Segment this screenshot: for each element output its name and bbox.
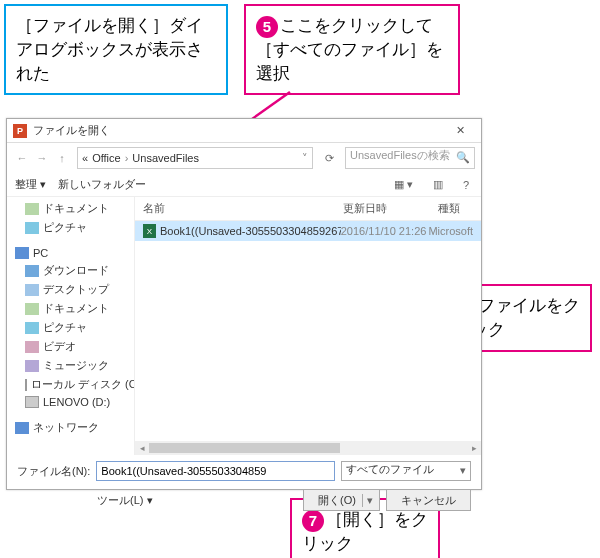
sidebar-item-music[interactable]: ミュージック	[7, 356, 134, 375]
sidebar-item-pictures[interactable]: ピクチャ	[7, 218, 134, 237]
address-bar: ← → ↑ « Office › UnsavedFiles ˅ ⟳ Unsave…	[7, 143, 481, 173]
titlebar: P ファイルを開く ✕	[7, 119, 481, 143]
chevron-down-icon[interactable]: ˅	[302, 152, 308, 165]
search-icon: 🔍	[456, 151, 470, 164]
documents-icon	[25, 203, 39, 215]
view-options-button[interactable]: ▦ ▾	[390, 178, 417, 191]
drive-icon	[25, 379, 27, 391]
callout-text: ［ファイルを開く］ダイアログボックスが表示された	[16, 16, 203, 83]
back-button[interactable]: ←	[13, 149, 31, 167]
preview-pane-button[interactable]: ▥	[429, 178, 447, 191]
up-button[interactable]: ↑	[53, 149, 71, 167]
sidebar-item-ddrive[interactable]: LENOVO (D:)	[7, 394, 134, 410]
sidebar-item-network[interactable]: ネットワーク	[7, 418, 134, 437]
forward-button[interactable]: →	[33, 149, 51, 167]
file-row[interactable]: X Book1((Unsaved-305550330485926762)) 20…	[135, 221, 481, 241]
tools-menu[interactable]: ツール(L) ▾	[97, 493, 153, 508]
step-number-5: 5	[256, 16, 278, 38]
powerpoint-icon: P	[13, 124, 27, 138]
callout-text: ここをクリックして［すべてのファイル］を選択	[256, 16, 443, 83]
breadcrumb[interactable]: « Office › UnsavedFiles ˅	[77, 147, 313, 169]
callout-step5: 5ここをクリックして［すべてのファイル］を選択	[244, 4, 460, 95]
sidebar-item-pc[interactable]: PC	[7, 245, 134, 261]
scroll-right-button[interactable]: ▸	[467, 441, 481, 455]
scroll-track[interactable]	[149, 441, 467, 455]
file-name-cell: Book1((Unsaved-305550330485926762))	[160, 225, 341, 237]
breadcrumb-overflow: «	[82, 152, 88, 164]
help-button[interactable]: ?	[459, 179, 473, 191]
breadcrumb-segment[interactable]: Office	[92, 152, 121, 164]
open-dropdown-icon[interactable]: ▾	[362, 494, 373, 507]
breadcrumb-segment[interactable]: UnsavedFiles	[132, 152, 199, 164]
column-header-date[interactable]: 更新日時	[343, 201, 438, 216]
sidebar-item-pictures2[interactable]: ピクチャ	[7, 318, 134, 337]
file-date-cell: 2016/11/10 21:26	[341, 225, 429, 237]
filename-input[interactable]	[96, 461, 335, 481]
sidebar-item-desktop[interactable]: デスクトップ	[7, 280, 134, 299]
pictures-icon	[25, 222, 39, 234]
file-list-pane: 名前 更新日時 種類 X Book1((Unsaved-305550330485…	[135, 197, 481, 455]
scroll-thumb[interactable]	[149, 443, 340, 453]
sidebar-item-documents[interactable]: ドキュメント	[7, 199, 134, 218]
drive-icon	[25, 396, 39, 408]
refresh-button[interactable]: ⟳	[319, 148, 339, 168]
nav-arrows: ← → ↑	[13, 149, 71, 167]
filetype-select[interactable]: すべてのファイル	[341, 461, 471, 481]
desktop-icon	[25, 284, 39, 296]
chevron-right-icon: ›	[125, 152, 129, 164]
pictures-icon	[25, 322, 39, 334]
documents-icon	[25, 303, 39, 315]
buttons-row: ツール(L) ▾ 開く(O)▾ キャンセル	[17, 489, 471, 511]
horizontal-scrollbar[interactable]: ◂ ▸	[135, 441, 481, 455]
toolbar: 整理 ▾ 新しいフォルダー ▦ ▾ ▥ ?	[7, 173, 481, 197]
network-icon	[15, 422, 29, 434]
column-header-name[interactable]: 名前	[143, 201, 343, 216]
column-header-type[interactable]: 種類	[438, 201, 473, 216]
sidebar-item-downloads[interactable]: ダウンロード	[7, 261, 134, 280]
dialog-title: ファイルを開く	[33, 123, 445, 138]
filename-label: ファイル名(N):	[17, 464, 90, 479]
column-headers: 名前 更新日時 種類	[135, 197, 481, 221]
sidebar-item-documents2[interactable]: ドキュメント	[7, 299, 134, 318]
downloads-icon	[25, 265, 39, 277]
search-input[interactable]: UnsavedFilesの検索 🔍	[345, 147, 475, 169]
organize-button[interactable]: 整理 ▾	[15, 177, 46, 192]
video-icon	[25, 341, 39, 353]
search-placeholder: UnsavedFilesの検索	[350, 149, 450, 161]
excel-icon: X	[143, 224, 156, 238]
sidebar-item-cdrive[interactable]: ローカル ディスク (C	[7, 375, 134, 394]
file-open-dialog: P ファイルを開く ✕ ← → ↑ « Office › UnsavedFile…	[6, 118, 482, 490]
dialog-footer: ファイル名(N): すべてのファイル ツール(L) ▾ 開く(O)▾ キャンセル	[7, 455, 481, 517]
sidebar: ドキュメント ピクチャ PC ダウンロード デスクトップ ドキュメント ピクチャ…	[7, 197, 135, 455]
close-button[interactable]: ✕	[445, 124, 475, 137]
file-type-cell: Microsoft	[428, 225, 473, 237]
callout-top-left: ［ファイルを開く］ダイアログボックスが表示された	[4, 4, 228, 95]
cancel-button[interactable]: キャンセル	[386, 489, 471, 511]
scroll-left-button[interactable]: ◂	[135, 441, 149, 455]
music-icon	[25, 360, 39, 372]
pc-icon	[15, 247, 29, 259]
open-button[interactable]: 開く(O)▾	[303, 489, 380, 511]
new-folder-button[interactable]: 新しいフォルダー	[58, 177, 146, 192]
sidebar-item-video[interactable]: ビデオ	[7, 337, 134, 356]
filename-row: ファイル名(N): すべてのファイル	[17, 461, 471, 481]
dialog-body: ドキュメント ピクチャ PC ダウンロード デスクトップ ドキュメント ピクチャ…	[7, 197, 481, 455]
